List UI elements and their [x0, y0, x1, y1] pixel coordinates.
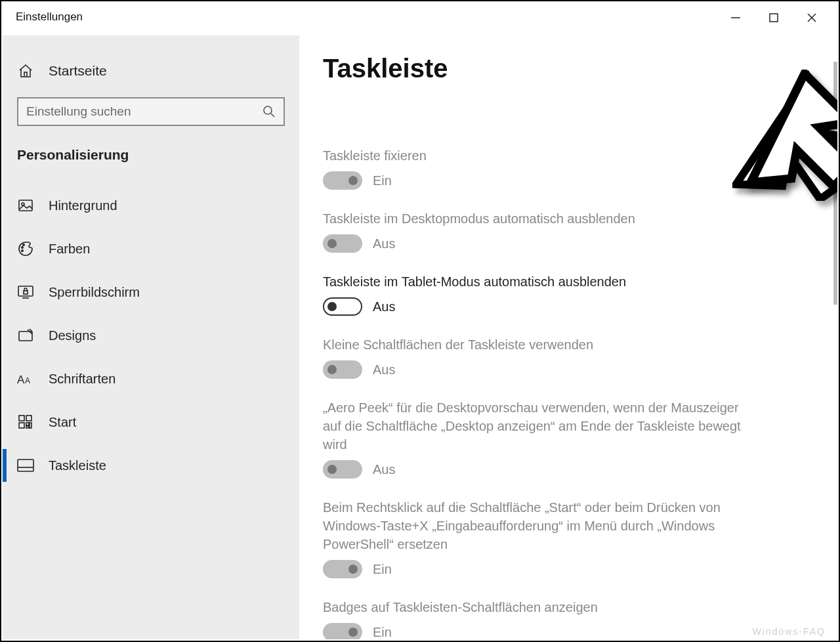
page-title: Taskleiste: [323, 54, 811, 83]
toggle-aero-peek: [323, 460, 362, 479]
svg-rect-1: [770, 14, 778, 22]
sidebar-item-sperrbildschirm[interactable]: Sperrbildschirm: [3, 270, 299, 314]
sidebar-item-designs[interactable]: Designs: [3, 314, 299, 357]
setting-label: Taskleiste im Tablet-Modus automatisch a…: [323, 272, 743, 291]
setting-label: Kleine Schaltflächen der Taskleiste verw…: [323, 335, 743, 354]
titlebar: Einstellungen: [1, 1, 839, 35]
search-box[interactable]: [17, 97, 285, 126]
setting-autohide-desktop: Taskleiste im Desktopmodus automatisch a…: [323, 209, 811, 253]
picture-icon: [17, 198, 34, 213]
fonts-icon: AA: [17, 372, 34, 386]
setting-label: „Aero Peek“ für die Desktopvorschau verw…: [323, 398, 743, 454]
sidebar-item-label: Sperrbildschirm: [49, 285, 140, 300]
toggle-autohide-tablet[interactable]: [323, 297, 362, 316]
svg-point-10: [22, 250, 23, 251]
setting-autohide-tablet: Taskleiste im Tablet-Modus automatisch a…: [323, 272, 811, 316]
maximize-button[interactable]: [768, 12, 780, 24]
search-icon: [262, 105, 276, 118]
setting-aero-peek: „Aero Peek“ für die Desktopvorschau verw…: [323, 398, 811, 479]
sidebar-item-taskleiste[interactable]: Taskleiste: [3, 444, 299, 487]
toggle-state-label: Aus: [373, 299, 395, 314]
setting-badges: Badges auf Taskleisten-Schaltflächen anz…: [323, 598, 811, 639]
sidebar-item-label: Designs: [49, 328, 96, 343]
start-icon: [17, 415, 34, 429]
sidebar-item-hintergrund[interactable]: Hintergrund: [3, 184, 299, 227]
sidebar-section-title: Personalisierung: [3, 147, 299, 163]
window-controls: [730, 1, 839, 24]
svg-point-9: [23, 244, 24, 246]
toggle-state-label: Aus: [373, 462, 395, 477]
sidebar-home-label: Startseite: [49, 63, 107, 79]
sidebar-item-schriftarten[interactable]: AA Schriftarten: [3, 357, 299, 400]
sidebar-item-label: Start: [49, 415, 76, 430]
sidebar-item-label: Farben: [49, 242, 90, 257]
toggle-state-label: Aus: [373, 236, 395, 251]
designs-icon: [17, 328, 34, 343]
minimize-button[interactable]: [730, 12, 742, 24]
toggle-autohide-desktop: [323, 234, 362, 253]
svg-rect-13: [24, 291, 28, 294]
setting-label: Taskleiste fixieren: [323, 146, 743, 165]
home-icon: [17, 63, 34, 79]
palette-icon: [17, 241, 34, 257]
svg-rect-6: [19, 200, 32, 211]
close-button[interactable]: [806, 12, 818, 24]
toggle-state-label: Ein: [373, 562, 392, 577]
svg-text:A: A: [17, 374, 25, 386]
toggle-state-label: Ein: [373, 173, 392, 188]
sidebar-home[interactable]: Startseite: [3, 51, 299, 91]
toggle-state-label: Aus: [373, 362, 395, 377]
setting-label: Badges auf Taskleisten-Schaltflächen anz…: [323, 598, 743, 616]
svg-point-4: [264, 106, 272, 114]
sidebar-item-label: Hintergrund: [49, 198, 117, 213]
svg-rect-19: [19, 423, 24, 428]
watermark: Windows-FAQ: [753, 626, 826, 637]
svg-rect-17: [19, 416, 24, 421]
svg-rect-23: [18, 460, 33, 471]
lockscreen-icon: [17, 284, 34, 300]
toggle-small-buttons: [323, 360, 362, 379]
scrollbar-thumb[interactable]: [833, 62, 837, 305]
search-input[interactable]: [26, 104, 262, 119]
setting-label: Taskleiste im Desktopmodus automatisch a…: [323, 209, 743, 228]
setting-lock-taskbar: Taskleiste fixieren Ein: [323, 146, 811, 190]
svg-line-5: [271, 114, 274, 117]
svg-rect-18: [26, 416, 32, 421]
toggle-state-label: Ein: [373, 625, 392, 640]
content-area: Taskleiste Taskleiste fixieren Ein Taskl…: [299, 35, 837, 639]
app-title: Einstellungen: [16, 11, 83, 24]
svg-point-8: [22, 247, 23, 248]
sidebar-item-label: Taskleiste: [49, 458, 106, 473]
setting-small-buttons: Kleine Schaltflächen der Taskleiste verw…: [323, 335, 811, 379]
setting-powershell-replace: Beim Rechtsklick auf die Schaltfläche „S…: [323, 498, 811, 578]
svg-rect-20: [26, 423, 29, 425]
sidebar: Startseite Personalisierung Hintergrund: [3, 35, 299, 639]
sidebar-item-farben[interactable]: Farben: [3, 227, 299, 270]
toggle-badges: [323, 623, 362, 639]
sidebar-nav: Hintergrund Farben Sperrbildschirm Desig…: [3, 184, 299, 487]
sidebar-item-start[interactable]: Start: [3, 400, 299, 444]
svg-text:A: A: [25, 376, 30, 385]
sidebar-item-label: Schriftarten: [49, 372, 116, 387]
toggle-lock-taskbar: [323, 171, 362, 190]
svg-rect-22: [30, 423, 32, 428]
toggle-powershell-replace: [323, 560, 362, 578]
svg-rect-21: [26, 426, 29, 428]
setting-label: Beim Rechtsklick auf die Schaltfläche „S…: [323, 498, 743, 553]
taskbar-icon: [17, 459, 34, 472]
